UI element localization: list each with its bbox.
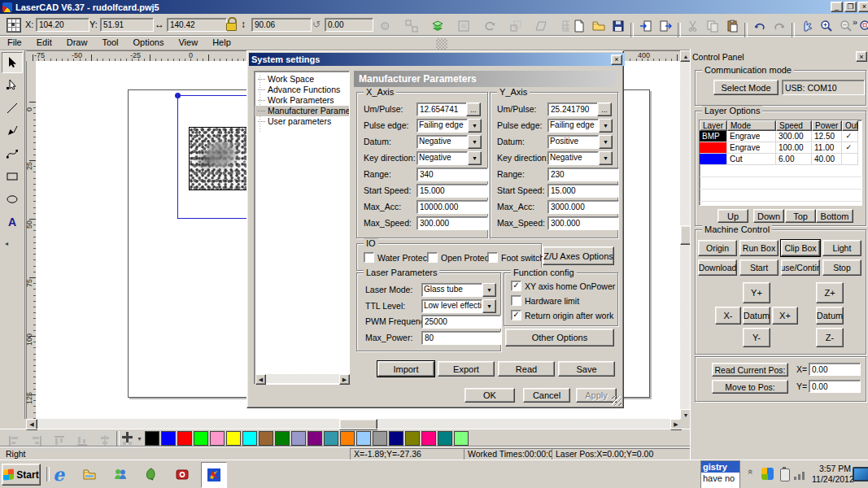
palette-swatch[interactable] [405, 431, 420, 446]
layer-column-mode[interactable]: Mode [727, 120, 776, 131]
cancel-button[interactable]: Cancel [523, 388, 570, 403]
minimize-button[interactable]: _ [831, 2, 843, 12]
layer-speed-cell[interactable]: 300.00 [776, 131, 812, 142]
y-axis-datum-combo[interactable]: Positive▼ [547, 135, 613, 149]
stop-button[interactable]: Stop [822, 259, 861, 276]
camera-button[interactable] [170, 462, 194, 486]
palette-swatch[interactable] [356, 431, 371, 446]
palette-swatch[interactable] [373, 431, 387, 446]
dropdown-arrow-icon[interactable]: ▼ [482, 283, 496, 297]
display-icon[interactable] [853, 467, 868, 481]
zu-axes-options-button[interactable]: Z/U Axes Options [543, 246, 614, 265]
layer-color-cell[interactable] [700, 154, 727, 165]
menu-options[interactable]: Options [126, 36, 172, 49]
x-axis-key-direction-combo[interactable]: Negative▼ [417, 151, 482, 165]
download-button[interactable]: Download [698, 259, 737, 276]
jog-x-plus-button[interactable]: X+ [772, 307, 798, 325]
menu-file[interactable]: File [0, 36, 29, 49]
layer-color-cell[interactable]: BMP [700, 131, 727, 142]
rectangle-tool-button[interactable] [2, 166, 23, 187]
dropdown-arrow-icon[interactable]: ▼ [482, 299, 496, 313]
layer-mode-cell[interactable]: Engrave [727, 142, 776, 154]
tree-scroll-right-icon[interactable]: ▶ [339, 374, 350, 385]
tree-item-user-parameters[interactable]: User parameters [255, 116, 349, 127]
windows-update-icon[interactable] [761, 468, 774, 480]
frame-button[interactable] [454, 16, 473, 35]
jog-y-minus-button[interactable]: Y- [743, 328, 770, 347]
select-tool-button[interactable] [2, 52, 23, 73]
start-button[interactable]: Start [739, 259, 779, 276]
func-xy-axis-home-onpower-checkbox[interactable]: ✓XY axis home OnPower [511, 281, 615, 291]
palette-swatch[interactable] [438, 431, 452, 446]
y-axis-pulse-edge-combo[interactable]: Failing edge▼ [547, 119, 613, 133]
layer-output-checkbox[interactable] [846, 155, 854, 163]
io-open-protect-checkbox[interactable]: Open Protect [427, 252, 491, 263]
layer-row[interactable]: BMPEngrave300.0012.50✓ [700, 131, 861, 142]
palette-swatch[interactable] [454, 431, 469, 446]
import-button[interactable] [636, 16, 656, 35]
save-button[interactable]: Save [558, 361, 615, 377]
resize-grip[interactable] [612, 396, 622, 406]
layer-up-button[interactable]: Up [718, 209, 748, 223]
func-hardware-limit-checkbox[interactable]: Hardware limit [511, 295, 579, 306]
layer-down-button[interactable]: Down [753, 209, 784, 223]
group-button[interactable] [402, 16, 421, 35]
palette-swatch[interactable] [308, 431, 322, 446]
new-document-button[interactable] [569, 16, 589, 35]
menu-view[interactable]: View [171, 36, 205, 49]
palette-swatch[interactable] [340, 431, 355, 446]
export-button[interactable] [656, 16, 675, 35]
palette-swatch[interactable] [389, 431, 403, 446]
undo-button[interactable] [750, 16, 770, 35]
selection-node[interactable] [175, 93, 181, 98]
curve-tool-button[interactable] [2, 143, 23, 164]
laser-pwm-frequency-field[interactable]: 25000 [421, 315, 501, 329]
y-axis-range-field[interactable]: 230 [547, 168, 619, 181]
x-axis-max-acc-field[interactable]: 10000.000 [417, 200, 488, 214]
control-panel-close-button[interactable]: × [856, 51, 867, 62]
palette-overflow-icon[interactable]: ▼ [137, 436, 142, 442]
coreldraw-button[interactable] [139, 462, 164, 486]
x-axis-start-speed-field[interactable]: 15.000 [417, 184, 488, 198]
menu-help[interactable]: Help [205, 36, 238, 49]
checkbox-box[interactable] [487, 252, 498, 263]
layer-row[interactable]: Engrave100.0011.00✓ [700, 142, 861, 154]
paste-button[interactable] [722, 16, 742, 35]
height-field[interactable]: 90.06 [251, 18, 312, 32]
move-to-pos-button[interactable]: Move to Pos: [712, 380, 788, 394]
checkbox-box[interactable]: ✓ [511, 281, 521, 291]
palette-swatch[interactable] [275, 431, 290, 446]
ellipse-tool-button[interactable] [2, 189, 23, 210]
dropdown-arrow-icon[interactable]: ▼ [599, 135, 613, 149]
y-axis-um-pulse-field[interactable]: 25.241790 [547, 102, 601, 116]
layer-color-cell[interactable] [700, 142, 727, 154]
layer-power-cell[interactable]: 11.00 [812, 142, 842, 154]
pos-y-field[interactable]: 0.00 [809, 380, 861, 393]
layer-row[interactable]: Cut6.0040.00 [700, 154, 861, 165]
jog-y-plus-button[interactable]: Y+ [743, 282, 770, 303]
dialog-close-button[interactable]: × [611, 54, 622, 65]
tree-item-manufacturer-parameters[interactable]: Manufacturer Parameters [255, 106, 349, 116]
clip-box-button[interactable]: Clip Box [781, 240, 820, 256]
dropdown-arrow-icon[interactable]: ▼ [468, 135, 482, 149]
copy-button[interactable] [703, 16, 722, 35]
restore-button[interactable]: ❐ [844, 2, 857, 12]
battery-icon[interactable] [780, 468, 790, 481]
x-axis-range-field[interactable]: 340 [417, 168, 488, 181]
layer-mode-cell[interactable]: Cut [727, 154, 776, 165]
zoom-in-button[interactable] [817, 16, 836, 35]
palette-swatch[interactable] [226, 431, 241, 446]
checkbox-box[interactable] [511, 295, 521, 306]
y-coordinate-field[interactable]: 51.91 [100, 18, 154, 32]
redo-button[interactable] [770, 16, 789, 35]
layer-power-cell[interactable]: 40.00 [812, 154, 842, 165]
menu-edit[interactable]: Edit [29, 36, 59, 49]
vertical-scrollbar[interactable]: ▲ ▼ [680, 50, 690, 419]
dialog-titlebar[interactable]: System settings × [249, 53, 625, 66]
weld-button[interactable] [376, 16, 395, 35]
palette-swatch[interactable] [194, 431, 208, 446]
node-edit-tool-button[interactable] [2, 75, 23, 96]
scale-button[interactable] [506, 16, 526, 35]
jog-datum-z-button[interactable]: Datum [816, 307, 844, 325]
layer-output-checkbox[interactable]: ✓ [846, 133, 854, 141]
